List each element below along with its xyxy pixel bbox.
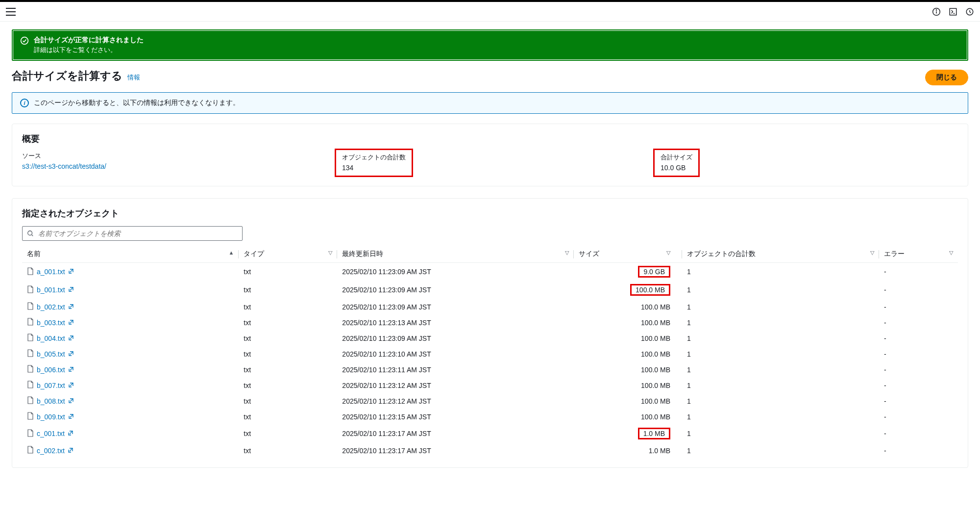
file-link[interactable]: b_002.txt	[37, 303, 65, 311]
cell-error: -	[879, 346, 958, 362]
table-header-row: 名前▲ タイプ▽ 最終更新日時▽ サイズ▽ オブジェクトの合計数▽ エラー▽	[22, 246, 958, 263]
cell-updated: 2025/02/10 11:23:09 AM JST	[337, 299, 574, 315]
hamburger-menu-icon[interactable]	[6, 8, 16, 16]
external-link-icon[interactable]	[68, 413, 74, 421]
file-link[interactable]: b_009.txt	[37, 413, 65, 421]
highlight-box-count: オブジェクトの合計数 134	[335, 149, 413, 177]
cell-type: txt	[239, 281, 337, 299]
summary-size-value: 10.0 GB	[661, 164, 692, 172]
file-link[interactable]: c_001.txt	[37, 430, 65, 437]
file-link[interactable]: b_003.txt	[37, 319, 65, 327]
cloudshell-icon[interactable]	[949, 7, 957, 16]
cell-error: -	[879, 443, 958, 459]
cell-type: txt	[239, 393, 337, 409]
info-circle-icon[interactable]	[932, 7, 941, 16]
external-link-icon[interactable]	[68, 447, 74, 455]
cell-error: -	[879, 409, 958, 425]
col-header-updated[interactable]: 最終更新日時▽	[337, 246, 574, 263]
file-link[interactable]: b_006.txt	[37, 366, 65, 374]
page-title-row: 合計サイズを計算する 情報 閉じる	[12, 69, 968, 85]
cell-updated: 2025/02/10 11:23:11 AM JST	[337, 362, 574, 378]
external-link-icon[interactable]	[68, 382, 74, 389]
table-row: b_006.txttxt2025/02/10 11:23:11 AM JST10…	[22, 362, 958, 378]
file-link[interactable]: b_001.txt	[37, 286, 65, 294]
summary-size-label: 合計サイズ	[661, 153, 692, 162]
cell-type: txt	[239, 378, 337, 393]
external-link-icon[interactable]	[68, 268, 74, 276]
external-link-icon[interactable]	[68, 350, 74, 358]
col-header-error[interactable]: エラー▽	[879, 246, 958, 263]
cell-count: 1	[682, 281, 879, 299]
cell-updated: 2025/02/10 11:23:09 AM JST	[337, 331, 574, 346]
objects-panel: 指定されたオブジェクト 名前▲ タイプ▽ 最終更新日時▽ サイズ▽ オブジェクト…	[12, 198, 968, 468]
top-bar	[0, 2, 980, 22]
file-icon	[27, 267, 34, 277]
external-link-icon[interactable]	[68, 366, 74, 374]
info-link[interactable]: 情報	[127, 73, 140, 82]
external-link-icon[interactable]	[68, 319, 74, 327]
svg-point-2	[936, 9, 936, 10]
table-row: b_009.txttxt2025/02/10 11:23:15 AM JST10…	[22, 409, 958, 425]
cell-type: txt	[239, 299, 337, 315]
cell-type: txt	[239, 425, 337, 443]
file-icon	[27, 412, 34, 421]
table-row: b_008.txttxt2025/02/10 11:23:12 AM JST10…	[22, 393, 958, 409]
cell-type: txt	[239, 346, 337, 362]
summary-count-label: オブジェクトの合計数	[342, 153, 406, 162]
cell-updated: 2025/02/10 11:23:12 AM JST	[337, 393, 574, 409]
table-row: b_005.txttxt2025/02/10 11:23:10 AM JST10…	[22, 346, 958, 362]
info-icon: i	[20, 99, 29, 107]
external-link-icon[interactable]	[68, 286, 74, 294]
file-icon	[27, 285, 34, 295]
summary-source-link[interactable]: s3://test-s3-concat/testdata/	[22, 162, 106, 170]
external-link-icon[interactable]	[68, 303, 74, 311]
cell-updated: 2025/02/10 11:23:17 AM JST	[337, 425, 574, 443]
cell-size: 100.0 MB	[574, 281, 682, 299]
cell-type: txt	[239, 409, 337, 425]
col-header-type[interactable]: タイプ▽	[239, 246, 337, 263]
file-link[interactable]: c_002.txt	[37, 447, 65, 455]
search-input[interactable]	[22, 226, 243, 241]
search-icon	[27, 230, 34, 237]
cell-error: -	[879, 393, 958, 409]
file-icon	[27, 349, 34, 359]
cell-updated: 2025/02/10 11:23:13 AM JST	[337, 315, 574, 331]
cell-error: -	[879, 315, 958, 331]
file-link[interactable]: b_005.txt	[37, 350, 65, 358]
file-icon	[27, 381, 34, 390]
col-header-count[interactable]: オブジェクトの合計数▽	[682, 246, 879, 263]
file-link[interactable]: b_007.txt	[37, 382, 65, 389]
svg-line-8	[32, 235, 33, 236]
cell-count: 1	[682, 378, 879, 393]
file-icon	[27, 333, 34, 343]
external-link-icon[interactable]	[68, 334, 74, 342]
clock-refresh-icon[interactable]	[965, 7, 974, 16]
summary-grid: ソース s3://test-s3-concat/testdata/ オブジェクト…	[22, 152, 958, 177]
cell-error: -	[879, 378, 958, 393]
file-link[interactable]: b_004.txt	[37, 334, 65, 342]
size-highlight: 1.0 MB	[638, 428, 670, 439]
table-row: a_001.txttxt2025/02/10 11:23:09 AM JST9.…	[22, 263, 958, 281]
cell-count: 1	[682, 331, 879, 346]
check-circle-icon	[20, 36, 29, 45]
file-icon	[27, 429, 34, 438]
close-button[interactable]: 閉じる	[925, 70, 968, 85]
table-row: b_003.txttxt2025/02/10 11:23:13 AM JST10…	[22, 315, 958, 331]
cell-size: 100.0 MB	[574, 315, 682, 331]
cell-size: 1.0 MB	[574, 443, 682, 459]
file-link[interactable]: b_008.txt	[37, 397, 65, 405]
cell-size: 100.0 MB	[574, 299, 682, 315]
page-title: 合計サイズを計算する 情報	[12, 69, 140, 83]
col-header-size[interactable]: サイズ▽	[574, 246, 682, 263]
col-header-name[interactable]: 名前▲	[22, 246, 239, 263]
external-link-icon[interactable]	[68, 430, 74, 437]
file-cell: a_001.txt	[27, 267, 234, 277]
external-link-icon[interactable]	[68, 397, 74, 405]
file-icon	[27, 446, 34, 455]
cell-updated: 2025/02/10 11:23:09 AM JST	[337, 263, 574, 281]
file-link[interactable]: a_001.txt	[37, 268, 65, 276]
objects-panel-title: 指定されたオブジェクト	[22, 207, 958, 219]
success-alert: 合計サイズが正常に計算されました 詳細は以下をご覧ください。	[12, 29, 968, 61]
cell-count: 1	[682, 263, 879, 281]
cell-error: -	[879, 425, 958, 443]
